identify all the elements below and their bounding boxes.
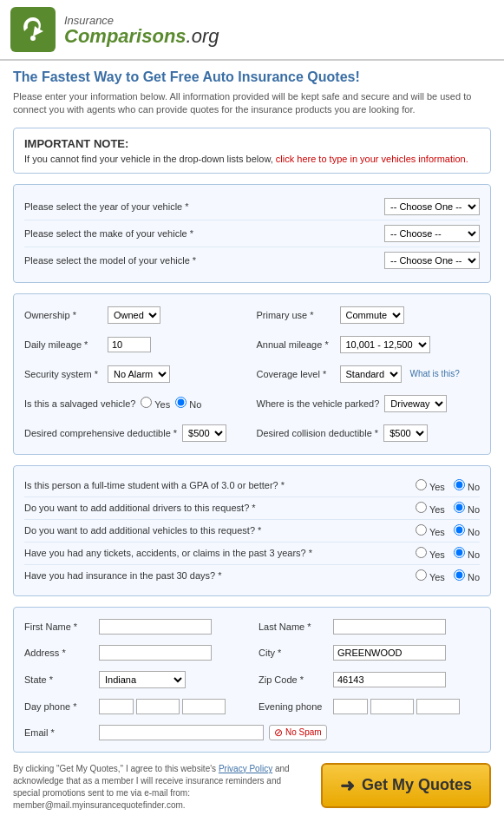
vehicle-model-select[interactable]: -- Choose One -- [384,252,480,269]
annual-mileage-label: Annual mileage * [257,339,335,350]
q3-no-radio[interactable] [454,547,465,558]
evening-phone-area[interactable] [333,699,368,714]
state-row: State * Indiana [24,668,245,691]
last-name-input[interactable] [333,619,446,635]
question-row-1: Do you want to add additional drivers to… [24,497,480,520]
q2-no-label[interactable]: No [454,524,480,537]
question-radio-0: Yes No [416,479,480,492]
q0-yes-radio[interactable] [416,479,427,490]
q0-no-label[interactable]: No [454,479,480,492]
question-text-2: Do you want to add additional vehicles t… [24,525,416,536]
day-phone-prefix[interactable] [136,699,180,714]
q2-yes-label[interactable]: Yes [416,524,445,537]
q0-yes-label[interactable]: Yes [416,479,445,492]
no-spam-text: No Spam [285,727,322,737]
ownership-select[interactable]: Owned [108,306,160,324]
city-input[interactable] [333,645,446,661]
privacy-policy-link1[interactable]: Privacy Policy [219,764,272,773]
q0-no-radio[interactable] [454,479,465,490]
comp-deductible-label: Desired comprehensive deductible * [24,428,177,438]
evening-phone-group [333,699,460,714]
address-input[interactable] [99,645,212,661]
salvaged-no-label[interactable]: No [175,397,201,410]
annual-mileage-select[interactable]: 10,001 - 12,500 [340,336,430,353]
salvaged-yes-label[interactable]: Yes [141,397,170,410]
q4-no-label[interactable]: No [454,569,480,582]
vehicle-make-label: Please select the make of your vehicle * [24,228,384,239]
important-note-body: If you cannot find your vehicle in the d… [24,154,480,164]
q2-yes-radio[interactable] [416,524,427,536]
zip-input[interactable] [333,672,446,687]
question-row-3: Have you had any tickets, accidents, or … [24,543,480,565]
coverage-level-select[interactable]: Standard [340,365,402,383]
q4-yes-label[interactable]: Yes [416,569,445,582]
parked-select[interactable]: Driveway [384,395,447,412]
address-row: Address * [24,642,245,663]
questions-section: Is this person a full-time student with … [13,465,491,596]
q3-no-label[interactable]: No [454,547,480,560]
evening-phone-prefix[interactable] [370,699,414,714]
state-select[interactable]: Indiana [99,671,186,688]
coverage-level-label: Coverage level * [257,369,335,379]
vehicle-model-label: Please select the model of your vehicle … [24,255,384,266]
coverage-level-row: Coverage level * Standard What is this? [257,362,481,386]
personal-grid: First Name * Last Name * Address * City … [24,616,480,743]
day-phone-row: Day phone * [24,696,245,717]
q1-no-radio[interactable] [454,502,465,513]
question-text-1: Do you want to add additional drivers to… [24,503,416,513]
personal-section: First Name * Last Name * Address * City … [13,607,491,753]
email-input[interactable] [99,725,264,740]
evening-phone-row: Evening phone [259,696,480,717]
first-name-input[interactable] [99,619,212,635]
vehicle-details-section: Ownership * Owned Primary use * Commute … [13,293,491,455]
no-spam-badge: ⊘ No Spam [269,725,327,740]
security-system-row: Security system * No Alarm [24,362,248,386]
salvaged-yes-radio[interactable] [141,397,152,408]
day-phone-area[interactable] [99,699,134,714]
address-label: Address * [24,648,94,658]
salvaged-radio-group: Yes No [141,397,201,410]
q4-yes-radio[interactable] [416,569,427,581]
q1-yes-label[interactable]: Yes [416,502,445,515]
day-phone-label: Day phone * [24,701,94,712]
q3-yes-radio[interactable] [416,547,427,558]
email-label: Email * [24,727,94,738]
city-row: City * [259,642,480,663]
primary-use-select[interactable]: Commute [340,306,404,324]
question-row-0: Is this person a full-time student with … [24,475,480,497]
vehicle-year-label: Please select the year of your vehicle * [24,201,384,212]
get-quotes-button[interactable]: ➜ Get My Quotes [321,763,491,808]
primary-use-row: Primary use * Commute [257,303,481,327]
q1-no-label[interactable]: No [454,502,480,515]
vehicle-make-select[interactable]: -- Choose -- [384,225,480,242]
salvaged-no-radio[interactable] [175,397,187,408]
salvaged-row: Is this a salvaged vehicle? Yes No [24,391,248,416]
first-name-row: First Name * [24,616,245,637]
ownership-row: Ownership * Owned [24,303,248,327]
q2-no-radio[interactable] [454,524,465,536]
q4-no-radio[interactable] [454,569,465,581]
vehicle-year-select[interactable]: -- Choose One -- [384,198,480,215]
q3-yes-label[interactable]: Yes [416,547,445,560]
question-radio-4: Yes No [416,569,480,582]
comp-deductible-select[interactable]: $500 [182,424,226,442]
question-radio-3: Yes No [416,547,480,560]
daily-mileage-row: Daily mileage * [24,332,248,357]
question-row-4: Have you had insurance in the past 30 da… [24,565,480,587]
q1-yes-radio[interactable] [416,502,427,513]
day-phone-number[interactable] [182,699,226,714]
security-system-select[interactable]: No Alarm [108,365,170,383]
question-row-2: Do you want to add additional vehicles t… [24,520,480,543]
daily-mileage-input[interactable] [108,337,151,352]
collision-deductible-select[interactable]: $500 [383,424,428,442]
main-content: The Fastest Way to Get Free Auto Insuran… [0,61,504,822]
important-note-box: IMPORTANT NOTE: If you cannot find your … [13,128,491,174]
btn-arrow-icon: ➜ [340,775,355,796]
zip-row: Zip Code * [259,668,480,691]
click-here-link[interactable]: click here to type in your vehicles info… [276,154,468,164]
question-text-4: Have you had insurance in the past 30 da… [24,570,416,581]
evening-phone-number[interactable] [416,699,460,714]
question-radio-1: Yes No [416,502,480,515]
what-is-this-link[interactable]: What is this? [410,369,460,378]
email-row: Email * ⊘ No Spam [24,722,480,743]
